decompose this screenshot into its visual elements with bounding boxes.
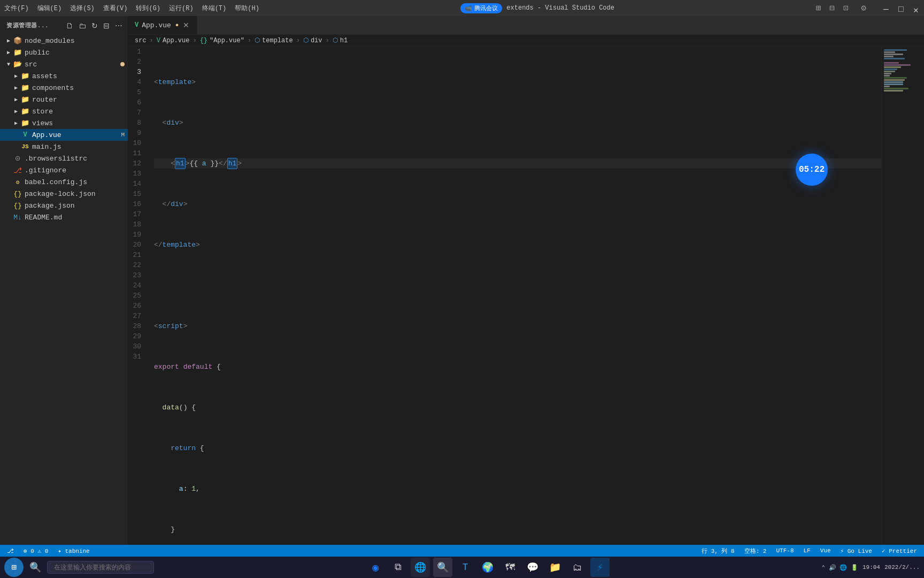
search-button[interactable]: 🔍 bbox=[26, 558, 45, 577]
token bbox=[154, 280, 158, 291]
map-icon[interactable]: 🗺 bbox=[500, 558, 520, 577]
menu-select[interactable]: 选择(S) bbox=[70, 4, 95, 13]
line-num: 19 bbox=[128, 230, 145, 240]
menu-terminal[interactable]: 终端(T) bbox=[202, 4, 227, 13]
window-controls[interactable]: ⊞ ⊟ ⊡ ⚙ — □ ✕ bbox=[815, 3, 920, 13]
tree-item-components[interactable]: ▶ 📁 components bbox=[0, 82, 128, 94]
tree-item-public[interactable]: ▶ 📁 public bbox=[0, 47, 128, 58]
menu-edit[interactable]: 编辑(E) bbox=[37, 4, 62, 13]
files-icon[interactable]: 🗂 bbox=[568, 558, 587, 577]
tree-item-package-lock[interactable]: ▶ {} package-lock.json bbox=[0, 188, 128, 200]
prettier-label: ✓ Prettier bbox=[882, 547, 917, 554]
tree-item-app-vue[interactable]: ▶ V App.vue M bbox=[0, 129, 128, 141]
prettier-status[interactable]: ✓ Prettier bbox=[880, 547, 919, 554]
tab-app-vue[interactable]: V App.vue ● ✕ bbox=[128, 16, 197, 34]
task-view-button[interactable]: ⧉ bbox=[388, 558, 407, 577]
line-num: 2 bbox=[128, 57, 145, 67]
indent-status[interactable]: 空格: 2 bbox=[743, 547, 768, 555]
git-branch-status[interactable]: ⎇ bbox=[5, 547, 16, 554]
tabnine-status[interactable]: ✦ tabnine bbox=[56, 547, 91, 554]
code-container[interactable]: 1 2 3 4 5 6 7 8 9 10 11 12 13 14 bbox=[128, 47, 881, 545]
minimize-button[interactable]: — bbox=[883, 5, 890, 11]
refresh-button[interactable]: ↻ bbox=[90, 20, 99, 31]
new-file-button[interactable]: 🗋 bbox=[65, 20, 74, 31]
text-editor-icon[interactable]: T bbox=[456, 558, 475, 577]
tree-item-browserslistrc[interactable]: ▶ ⊙ .browserslistrc bbox=[0, 153, 128, 164]
start-button[interactable]: ⊞ bbox=[4, 558, 24, 577]
vscode-icon[interactable]: ⚡ bbox=[590, 558, 610, 577]
minimap-line bbox=[884, 75, 890, 77]
minimap bbox=[881, 47, 924, 545]
tree-item-src[interactable]: ▼ 📂 src bbox=[0, 58, 128, 70]
tree-item-babel[interactable]: ▶ ⚙ babel.config.js bbox=[0, 176, 128, 188]
breadcrumb-div[interactable]: div bbox=[311, 37, 322, 44]
token: { bbox=[196, 443, 204, 453]
tree-item-readme[interactable]: ▶ M↓ README.md bbox=[0, 211, 128, 223]
layout-icon[interactable]: ⊞ bbox=[815, 3, 821, 13]
breadcrumb-h1[interactable]: h1 bbox=[340, 37, 348, 44]
text-symbol: T bbox=[463, 562, 468, 573]
errors-status[interactable]: ⊗ 0 ⚠ 0 bbox=[22, 547, 50, 554]
clock-date: 2022/2/... bbox=[884, 564, 920, 571]
taskbar-search-input[interactable] bbox=[47, 561, 154, 574]
collapse-button[interactable]: ⊟ bbox=[102, 20, 111, 31]
tree-item-views[interactable]: ▶ 📁 views bbox=[0, 117, 128, 129]
tree-item-router[interactable]: ▶ 📁 router bbox=[0, 94, 128, 105]
breadcrumb-appvue[interactable]: "App.vue" bbox=[210, 37, 244, 44]
breadcrumb-filename[interactable]: App.vue bbox=[163, 37, 189, 44]
editor-main[interactable]: 1 2 3 4 5 6 7 8 9 10 11 12 13 14 bbox=[128, 47, 881, 545]
golive-status[interactable]: ⚡ Go Live bbox=[839, 547, 874, 554]
cortana-icon[interactable]: ◉ bbox=[366, 558, 385, 577]
chrome-symbol: 🌐 bbox=[414, 561, 426, 573]
language-status[interactable]: Vue bbox=[819, 547, 833, 554]
token bbox=[154, 158, 171, 169]
tree-item-store[interactable]: ▶ 📁 store bbox=[0, 105, 128, 117]
cursor-position[interactable]: 行 3, 列 8 bbox=[700, 547, 736, 555]
more-button[interactable]: ⋯ bbox=[114, 20, 124, 31]
encoding-status[interactable]: UTF-8 bbox=[774, 547, 795, 554]
tree-label: main.js bbox=[32, 143, 128, 151]
minimap-line bbox=[884, 83, 903, 85]
minimap-line bbox=[884, 64, 911, 66]
line-num: 17 bbox=[128, 209, 145, 219]
tree-item-assets[interactable]: ▶ 📁 assets bbox=[0, 70, 128, 82]
eol-status[interactable]: LF bbox=[802, 547, 812, 554]
new-folder-button[interactable]: 🗀 bbox=[78, 20, 87, 31]
tree-label: public bbox=[25, 49, 128, 57]
menu-goto[interactable]: 转到(G) bbox=[136, 4, 160, 13]
breadcrumb-src[interactable]: src bbox=[135, 37, 147, 44]
menu-view[interactable]: 查看(V) bbox=[103, 4, 128, 13]
chrome-icon[interactable]: 🌐 bbox=[411, 558, 430, 577]
menu-bar[interactable]: 文件(F) 编辑(E) 选择(S) 查看(V) 转到(G) 运行(R) 终端(T… bbox=[4, 4, 259, 13]
tab-close-button[interactable]: ✕ bbox=[182, 21, 190, 29]
breadcrumb-template[interactable]: template bbox=[262, 37, 293, 44]
split-icon[interactable]: ⊟ bbox=[829, 3, 835, 13]
minimap-line bbox=[884, 81, 903, 83]
settings-icon[interactable]: ⚙ bbox=[861, 3, 866, 13]
folder-icon[interactable]: 📁 bbox=[545, 558, 565, 577]
chat-icon[interactable]: 💬 bbox=[523, 558, 542, 577]
maximize-button[interactable]: □ bbox=[898, 5, 905, 11]
browser-icon[interactable]: 🌍 bbox=[478, 558, 497, 577]
close-button[interactable]: ✕ bbox=[913, 5, 920, 11]
search-app-icon[interactable]: 🔍 bbox=[433, 558, 452, 577]
menu-file[interactable]: 文件(F) bbox=[4, 4, 29, 13]
line-num-active: 3 bbox=[128, 67, 145, 77]
tree-item-gitignore[interactable]: ▶ ⎇ .gitignore bbox=[0, 164, 128, 176]
tree-label: router bbox=[32, 96, 128, 104]
menu-help[interactable]: 帮助(H) bbox=[235, 4, 259, 13]
folder-icon: 📁 bbox=[20, 118, 30, 128]
sidebar-actions[interactable]: 🗋 🗀 ↻ ⊟ ⋯ bbox=[65, 20, 124, 31]
panel-icon[interactable]: ⊡ bbox=[843, 3, 849, 13]
tree-item-package[interactable]: ▶ {} package.json bbox=[0, 200, 128, 211]
main-layout: 资源管理器... 🗋 🗀 ↻ ⊟ ⋯ ▶ 📦 node_modules ▶ 📁 … bbox=[0, 16, 924, 545]
tree-item-node_modules[interactable]: ▶ 📦 node_modules bbox=[0, 35, 128, 47]
code-editor[interactable]: <template> <div> <h1>{{ a }}</h1> bbox=[150, 47, 881, 545]
editor-area: 1 2 3 4 5 6 7 8 9 10 11 12 13 14 bbox=[128, 47, 924, 545]
tree-item-main-js[interactable]: ▶ JS main.js bbox=[0, 141, 128, 153]
menu-run[interactable]: 运行(R) bbox=[169, 4, 194, 13]
code-line-4: </div> bbox=[154, 199, 881, 209]
taskbar-right: ⌃ 🔊 🌐 🔋 19:04 2022/2/... bbox=[822, 564, 920, 571]
minimap-line bbox=[884, 51, 895, 53]
token: {{ bbox=[189, 158, 202, 169]
